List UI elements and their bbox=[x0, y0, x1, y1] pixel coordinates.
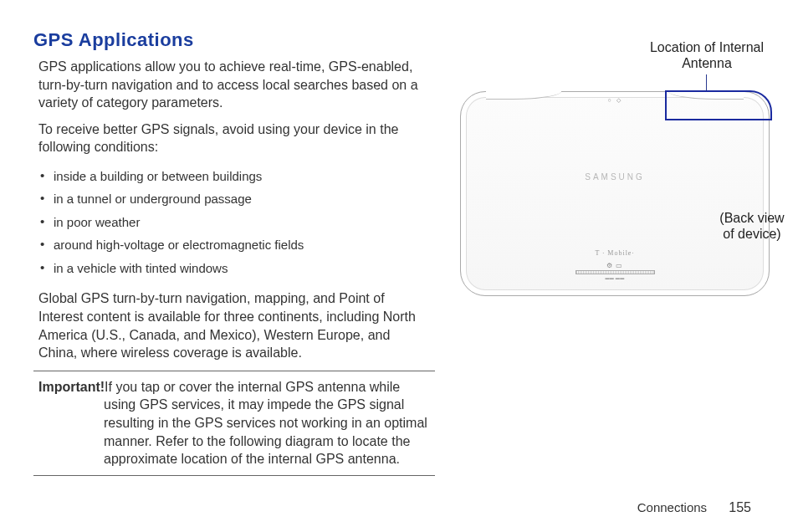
left-column: GPS Applications GPS applications allow … bbox=[33, 29, 435, 476]
back-view-line2: of device) bbox=[723, 227, 780, 241]
device-diagram: ○ ◇ SAMSUNG T · Mobile· ⚙ ▭ ▬▬ ▬▬ bbox=[460, 91, 770, 300]
antenna-callout-label: Location of Internal Antenna bbox=[636, 39, 778, 71]
footer-section: Connections bbox=[637, 500, 707, 514]
back-view-line1: (Back view bbox=[719, 211, 784, 225]
list-item: in poor weather bbox=[40, 211, 430, 234]
regulatory-icons: ⚙ ▭ bbox=[569, 262, 661, 269]
right-column: Location of Internal Antenna ○ ◇ SAMSUNG… bbox=[460, 29, 765, 476]
device-outline: ○ ◇ SAMSUNG T · Mobile· ⚙ ▭ ▬▬ ▬▬ bbox=[460, 91, 770, 296]
section-heading: GPS Applications bbox=[33, 29, 435, 51]
coverage-paragraph: Global GPS turn-by-turn navigation, mapp… bbox=[38, 289, 430, 361]
intro-paragraph-1: GPS applications allow you to achieve re… bbox=[38, 58, 430, 112]
device-carrier-text: T · Mobile· bbox=[596, 249, 635, 257]
list-item: inside a building or between buildings bbox=[40, 165, 430, 188]
list-item: in a vehicle with tinted windows bbox=[40, 257, 430, 280]
antenna-label-line2: Antenna bbox=[682, 56, 732, 70]
important-body: If you tap or cover the internal GPS ant… bbox=[104, 378, 430, 468]
antenna-label-line1: Location of Internal bbox=[650, 40, 764, 54]
device-notch bbox=[486, 91, 561, 100]
page-footer: Connections 155 bbox=[637, 500, 751, 515]
list-item: around high-voltage or electromagnetic f… bbox=[40, 233, 430, 257]
antenna-highlight-box bbox=[665, 90, 772, 120]
device-brand-text: SAMSUNG bbox=[585, 172, 645, 182]
regulatory-text: ▬▬ ▬▬ bbox=[569, 275, 661, 280]
intro-paragraph-2: To receive better GPS signals, avoid usi… bbox=[38, 120, 430, 156]
device-regulatory-block: ⚙ ▭ ▬▬ ▬▬ bbox=[569, 262, 661, 280]
footer-page-number: 155 bbox=[729, 500, 751, 514]
list-item: in a tunnel or underground passage bbox=[40, 187, 430, 211]
important-label: Important! bbox=[38, 378, 105, 396]
back-view-label: (Back view of device) bbox=[714, 210, 790, 242]
regulatory-bar bbox=[575, 270, 655, 274]
conditions-list: inside a building or between buildings i… bbox=[40, 165, 430, 280]
device-top-icons: ○ ◇ bbox=[607, 97, 622, 104]
important-note: Important! If you tap or cover the inter… bbox=[33, 371, 435, 476]
